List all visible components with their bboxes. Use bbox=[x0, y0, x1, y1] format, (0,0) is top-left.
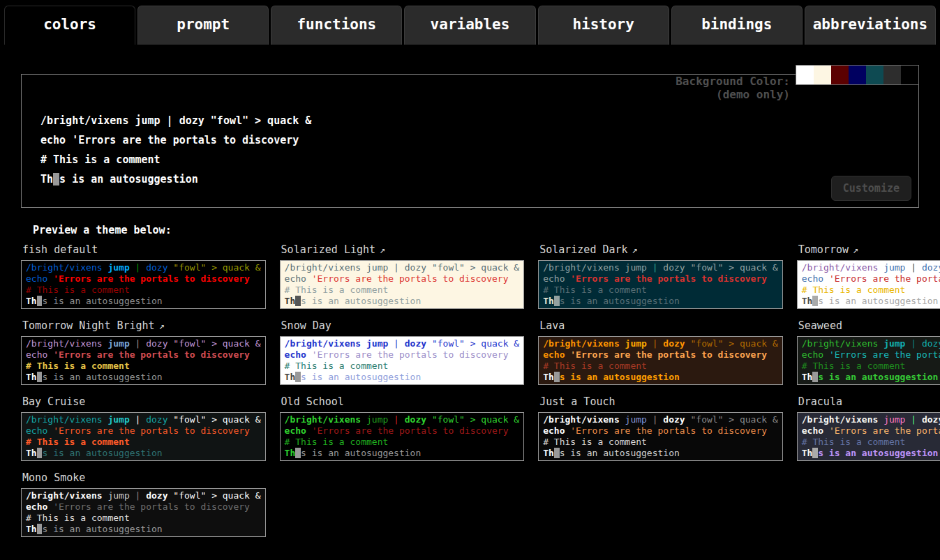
background-swatch-2[interactable] bbox=[831, 66, 849, 84]
command2-text: dozy bbox=[146, 490, 173, 501]
tab-prompt[interactable]: prompt bbox=[137, 6, 269, 45]
theme-name-label: Lava bbox=[539, 319, 565, 332]
pipe-text: | bbox=[388, 262, 404, 273]
theme-preview-line-4: This is an autosuggestion bbox=[802, 448, 940, 459]
theme-preview-line-1: /bright/vixens jump | dozy "fowl" > quac… bbox=[26, 490, 261, 501]
theme-preview-old-school[interactable]: /bright/vixens jump | dozy "fowl" > quac… bbox=[280, 412, 525, 461]
command-text: jump bbox=[366, 414, 388, 425]
theme-preview-line-1: /bright/vixens jump | dozy "fowl" > quac… bbox=[26, 414, 261, 425]
typed-text: Th bbox=[26, 296, 37, 306]
dir-text: /bright/vixens bbox=[285, 414, 366, 425]
comment-text: # This is a comment bbox=[543, 285, 647, 295]
dir-text: /bright/vixens bbox=[26, 262, 107, 273]
external-link-icon[interactable]: ↗ bbox=[853, 244, 858, 255]
theme-preview-line-4: This is an autosuggestion bbox=[26, 372, 261, 383]
external-link-icon[interactable]: ↗ bbox=[159, 320, 165, 331]
tab-abbreviations[interactable]: abbreviations bbox=[805, 6, 936, 45]
background-swatch-3[interactable] bbox=[849, 66, 866, 84]
string-text: 'Errors are the portals to discovery bbox=[829, 273, 940, 284]
external-link-icon[interactable]: ↗ bbox=[380, 244, 385, 255]
comment-text: # This is a comment bbox=[285, 285, 389, 295]
comment-text: # This is a comment bbox=[285, 437, 389, 447]
echoCmd-text: echo bbox=[802, 273, 829, 284]
typed-text: Th bbox=[40, 173, 53, 186]
theme-preview-seaweed[interactable]: /bright/vixens jump | dozy "fowl" > quac… bbox=[797, 336, 940, 385]
theme-name-label: Old School bbox=[281, 395, 344, 408]
theme-preview-lava[interactable]: /bright/vixens jump | dozy "fowl" > quac… bbox=[538, 336, 783, 385]
comment-text: # This is a comment bbox=[802, 437, 906, 447]
theme-title-tomorrow[interactable]: Tomorrow↗ bbox=[798, 243, 940, 256]
background-swatch-4[interactable] bbox=[866, 66, 883, 84]
theme-preview-line-4: This is an autosuggestion bbox=[26, 448, 261, 459]
typed-text: Th bbox=[543, 372, 554, 382]
string-text: 'Errors are the portals to discovery bbox=[312, 349, 509, 360]
tab-colors[interactable]: colors bbox=[4, 6, 135, 45]
theme-name-label: Mono Smoke bbox=[22, 471, 85, 484]
background-swatch-5[interactable] bbox=[883, 66, 901, 84]
command-text: jump bbox=[107, 414, 129, 425]
command2-text: dozy bbox=[146, 338, 173, 349]
theme-preview-snow-day[interactable]: /bright/vixens jump | dozy "fowl" > quac… bbox=[280, 336, 525, 385]
autosuggestion-text: s is an autosuggestion bbox=[818, 372, 938, 382]
theme-preview-solarized-light[interactable]: /bright/vixens jump | dozy "fowl" > quac… bbox=[280, 260, 525, 309]
command-text: jump bbox=[366, 262, 388, 273]
theme-snow-day: Snow Day/bright/vixens jump | dozy "fowl… bbox=[280, 318, 525, 385]
theme-preview-line-3: # This is a comment bbox=[802, 361, 940, 372]
string-text: 'Errors are the portals to discovery bbox=[312, 273, 509, 284]
command-text: jump bbox=[625, 262, 647, 273]
comment-text: # This is a comment bbox=[26, 285, 130, 295]
tab-history[interactable]: history bbox=[538, 6, 669, 45]
dir-text: /bright/vixens bbox=[285, 338, 366, 349]
cursor-block: i bbox=[554, 296, 560, 306]
customize-button[interactable]: Customize bbox=[831, 176, 911, 201]
theme-title-tomorrow-night-bright[interactable]: Tomorrow Night Bright↗ bbox=[22, 319, 266, 332]
typed-text: Th bbox=[543, 296, 554, 306]
background-swatch-0[interactable] bbox=[796, 66, 814, 84]
theme-preview-mono-smoke[interactable]: /bright/vixens jump | dozy "fowl" > quac… bbox=[21, 488, 266, 537]
tab-variables[interactable]: variables bbox=[404, 6, 535, 45]
preview-line-3: # This is a comment bbox=[40, 150, 311, 169]
comment-text: # This is a comment bbox=[802, 361, 906, 371]
command2-text: dozy bbox=[146, 414, 173, 425]
theme-preview-line-2: echo 'Errors are the portals to discover… bbox=[543, 425, 778, 437]
comment-text: # This is a comment bbox=[26, 361, 130, 371]
theme-preview-dracula[interactable]: /bright/vixens jump | dozy "fowl" > quac… bbox=[797, 412, 940, 461]
background-color-picker: Background Color: (demo only) bbox=[676, 65, 919, 101]
theme-preview-fish-default[interactable]: /bright/vixens jump | dozy "fowl" > quac… bbox=[21, 260, 266, 309]
theme-preview-just-a-touch[interactable]: /bright/vixens jump | dozy "fowl" > quac… bbox=[538, 412, 783, 461]
theme-title-solarized-dark[interactable]: Solarized Dark↗ bbox=[539, 243, 783, 256]
theme-preview-bay-cruise[interactable]: /bright/vixens jump | dozy "fowl" > quac… bbox=[21, 412, 266, 461]
pipe-text: | bbox=[647, 338, 663, 349]
theme-title-fish-default: fish default bbox=[22, 243, 266, 256]
background-color-label-line2: (demo only) bbox=[676, 88, 790, 101]
theme-preview-tomorrow-night-bright[interactable]: /bright/vixens jump | dozy "fowl" > quac… bbox=[21, 336, 266, 385]
pipe-text: | bbox=[388, 414, 404, 425]
background-swatch-6[interactable] bbox=[901, 66, 918, 84]
dir-text: /bright/vixens bbox=[285, 262, 366, 273]
theme-seaweed: Seaweed/bright/vixens jump | dozy "fowl"… bbox=[797, 318, 940, 385]
theme-title-solarized-light[interactable]: Solarized Light↗ bbox=[281, 243, 525, 256]
theme-mono-smoke: Mono Smoke/bright/vixens jump | dozy "fo… bbox=[21, 470, 266, 537]
external-link-icon[interactable]: ↗ bbox=[632, 244, 638, 255]
pipe-text: | bbox=[130, 338, 146, 349]
command2-text: dozy bbox=[663, 338, 690, 349]
typed-text: Th bbox=[802, 296, 813, 306]
tab-functions[interactable]: functions bbox=[271, 6, 402, 45]
typed-text: Th bbox=[26, 372, 37, 382]
string-text: 'Errors are the portals to discovery bbox=[53, 349, 250, 360]
theme-just-a-touch: Just a Touch/bright/vixens jump | dozy "… bbox=[538, 394, 783, 461]
theme-preview-line-3: # This is a comment bbox=[26, 437, 261, 448]
string-text: 'Errors are the portals to discovery bbox=[53, 425, 250, 436]
terminal-preview-text: /bright/vixens jump | dozy "fowl" > quac… bbox=[40, 111, 311, 189]
background-swatch-1[interactable] bbox=[814, 66, 831, 84]
command2-text: dozy bbox=[146, 262, 173, 273]
command-text: jump bbox=[883, 414, 905, 425]
theme-preview-line-3: # This is a comment bbox=[285, 361, 520, 372]
theme-preview-solarized-dark[interactable]: /bright/vixens jump | dozy "fowl" > quac… bbox=[538, 260, 783, 309]
string-text: 'Errors are the portals to discovery bbox=[570, 273, 767, 284]
theme-preview-line-4: This is an autosuggestion bbox=[285, 296, 520, 307]
tab-bar: colorspromptfunctionsvariableshistorybin… bbox=[0, 0, 940, 45]
tab-bindings[interactable]: bindings bbox=[671, 6, 803, 45]
theme-preview-tomorrow[interactable]: /bright/vixens jump | dozy "fowl" > quac… bbox=[797, 260, 940, 309]
command-text: jump bbox=[883, 338, 905, 349]
